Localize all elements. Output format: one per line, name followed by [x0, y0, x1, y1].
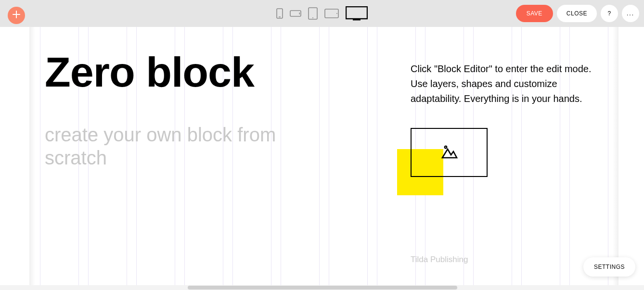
heading-text[interactable]: Zero block	[45, 51, 254, 93]
svg-rect-8	[346, 7, 367, 19]
help-button[interactable]: ?	[601, 5, 618, 22]
svg-rect-6	[325, 9, 338, 18]
close-button[interactable]: CLOSE	[557, 5, 597, 22]
subheading-text[interactable]: create your own block from scratch	[45, 123, 285, 169]
svg-point-7	[336, 13, 337, 14]
svg-rect-9	[353, 19, 361, 20]
device-tablet-portrait-icon[interactable]	[308, 7, 318, 20]
svg-point-5	[312, 17, 313, 18]
image-icon	[439, 142, 459, 163]
save-button[interactable]: SAVE	[516, 5, 553, 22]
svg-rect-3	[299, 13, 300, 14]
design-canvas[interactable]: Zero block create your own block from sc…	[35, 27, 613, 290]
device-desktop-icon[interactable]	[346, 6, 368, 21]
description-text[interactable]: Click "Block Editor" to enter the edit m…	[411, 62, 603, 106]
add-block-button[interactable]	[8, 7, 25, 24]
device-switcher	[276, 0, 368, 27]
svg-rect-1	[279, 17, 281, 18]
credit-text[interactable]: Tilda Publishing	[411, 255, 468, 265]
image-placeholder[interactable]	[411, 128, 488, 177]
top-toolbar: SAVE CLOSE ? ...	[0, 0, 644, 27]
device-phone-landscape-icon[interactable]	[290, 10, 301, 17]
device-phone-portrait-icon[interactable]	[276, 8, 283, 19]
scrollbar-thumb[interactable]	[188, 286, 457, 290]
horizontal-scrollbar[interactable]	[0, 285, 644, 290]
plus-icon	[13, 11, 20, 20]
device-tablet-landscape-icon[interactable]	[324, 9, 339, 18]
canvas-shadow-right	[613, 27, 618, 290]
canvas-shadow-left	[29, 27, 35, 290]
settings-button[interactable]: SETTINGS	[583, 257, 635, 277]
svg-point-10	[445, 146, 447, 148]
more-button[interactable]: ...	[622, 5, 639, 22]
canvas-viewport: Zero block create your own block from sc…	[0, 27, 644, 290]
toolbar-right-group: SAVE CLOSE ? ...	[516, 5, 639, 22]
